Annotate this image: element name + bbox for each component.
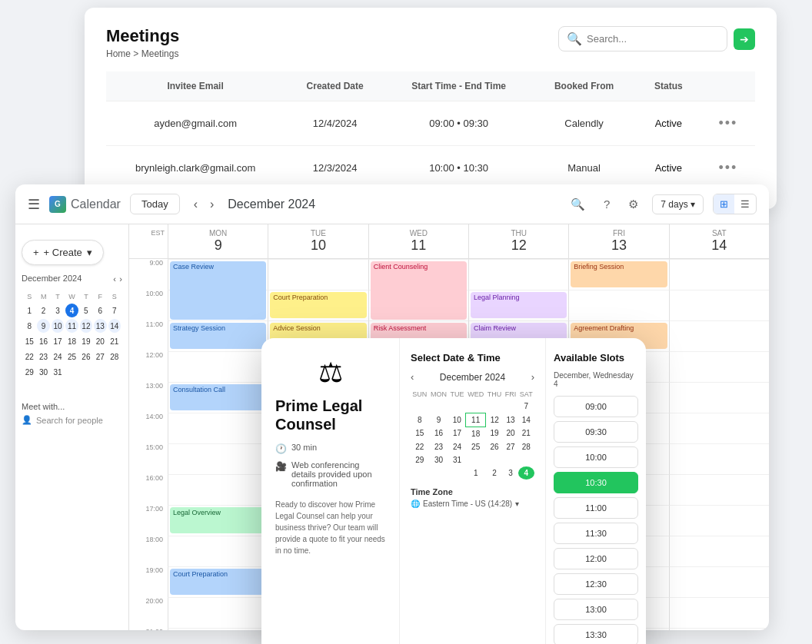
- time-slot[interactable]: 11:00: [554, 497, 638, 519]
- booking-cal-day[interactable]: 14: [518, 413, 534, 427]
- time-slot[interactable]: 09:00: [554, 396, 638, 417]
- booking-cal-day[interactable]: 26: [486, 440, 504, 453]
- mini-cal-day[interactable]: 9: [37, 319, 49, 333]
- booking-cal-day[interactable]: 30: [429, 453, 449, 466]
- calendar-event[interactable]: Briefing Session: [571, 261, 667, 287]
- mini-cal-day[interactable]: 31: [52, 365, 64, 379]
- calendar-cell[interactable]: [669, 259, 769, 290]
- mini-cal-day[interactable]: 19: [80, 334, 92, 348]
- calendar-cell[interactable]: [168, 474, 268, 505]
- booking-cal-day[interactable]: 13: [504, 413, 518, 427]
- search-calendar-button[interactable]: 🔍: [566, 194, 590, 214]
- calendar-cell[interactable]: [669, 443, 769, 474]
- calendar-cell[interactable]: Legal Planning: [468, 290, 568, 320]
- mini-cal-day[interactable]: 21: [108, 334, 121, 348]
- today-button[interactable]: Today: [130, 194, 180, 214]
- booking-cal-day[interactable]: 2: [486, 466, 504, 480]
- booking-cal-day[interactable]: 7: [518, 400, 534, 413]
- time-slot[interactable]: 10:00: [554, 446, 638, 468]
- time-slot[interactable]: 12:30: [554, 573, 638, 595]
- calendar-event[interactable]: Case Review: [170, 261, 266, 320]
- booking-cal-day[interactable]: 17: [448, 427, 466, 440]
- calendar-cell[interactable]: [669, 290, 769, 320]
- mini-cal-day[interactable]: 24: [52, 350, 64, 363]
- create-button[interactable]: + + Create ▾: [22, 240, 104, 265]
- booking-cal-day[interactable]: 28: [518, 440, 534, 453]
- search-people-button[interactable]: 👤 Search for people: [22, 415, 122, 425]
- meetings-search-box[interactable]: 🔍: [558, 26, 727, 51]
- time-slot[interactable]: 10:30: [554, 472, 638, 493]
- calendar-cell[interactable]: [168, 443, 268, 474]
- time-slot[interactable]: 12:00: [554, 548, 638, 569]
- booking-cal-day[interactable]: 11: [466, 413, 486, 427]
- calendar-cell[interactable]: [669, 413, 769, 443]
- booking-cal-day[interactable]: 31: [448, 453, 466, 466]
- search-input[interactable]: [587, 33, 719, 45]
- mini-cal-day[interactable]: 2: [37, 304, 49, 317]
- mini-cal-day[interactable]: 11: [65, 319, 78, 333]
- mini-cal-day[interactable]: 29: [23, 365, 35, 379]
- booking-cal-day[interactable]: 16: [429, 427, 449, 440]
- booking-cal-day[interactable]: 10: [448, 413, 466, 427]
- settings-button[interactable]: ⚙: [624, 194, 643, 214]
- calendar-cell[interactable]: [168, 351, 268, 382]
- booking-cal-day[interactable]: 22: [411, 440, 429, 453]
- next-period-button[interactable]: ›: [205, 194, 218, 214]
- calendar-event[interactable]: Legal Planning: [471, 292, 567, 318]
- calendar-cell[interactable]: Legal Overview: [168, 505, 268, 536]
- mini-cal-day[interactable]: 26: [80, 350, 92, 363]
- timezone-value[interactable]: 🌐 Eastern Time - US (14:28) ▾: [411, 500, 534, 508]
- calendar-event[interactable]: Consultation Call: [170, 384, 266, 410]
- mini-cal-day[interactable]: 8: [23, 319, 35, 333]
- time-slot[interactable]: 09:30: [554, 421, 638, 443]
- booking-cal-day[interactable]: 12: [486, 413, 504, 427]
- mini-cal-day[interactable]: 6: [94, 304, 106, 317]
- mini-cal-day[interactable]: 1: [23, 304, 35, 317]
- more-actions-button[interactable]: •••: [718, 115, 737, 131]
- booking-cal-day[interactable]: 23: [429, 440, 449, 453]
- calendar-event[interactable]: Court Preparation: [270, 292, 366, 318]
- grid-view-button[interactable]: ⊞: [714, 194, 734, 214]
- mini-cal-day[interactable]: 7: [108, 304, 121, 317]
- calendar-cell[interactable]: Court Preparation: [268, 290, 368, 320]
- booking-cal-next[interactable]: ›: [531, 371, 534, 383]
- mini-cal-next[interactable]: ›: [119, 274, 122, 284]
- mini-cal-day[interactable]: 25: [65, 350, 78, 363]
- mini-cal-day[interactable]: 14: [108, 319, 121, 333]
- calendar-cell[interactable]: [168, 628, 268, 630]
- mini-cal-day[interactable]: 28: [108, 350, 121, 363]
- mini-cal-day[interactable]: 3: [52, 304, 64, 317]
- booking-cal-day[interactable]: 24: [448, 440, 466, 453]
- calendar-cell[interactable]: [669, 597, 769, 628]
- mini-cal-day[interactable]: 22: [23, 350, 35, 363]
- view-days-button[interactable]: 7 days ▾: [652, 194, 704, 214]
- calendar-event[interactable]: Legal Overview: [170, 507, 266, 533]
- search-submit-button[interactable]: ➔: [734, 28, 755, 50]
- booking-cal-day[interactable]: 20: [504, 427, 518, 440]
- booking-cal-day[interactable]: 21: [518, 427, 534, 440]
- calendar-cell[interactable]: Strategy Session: [168, 320, 268, 351]
- calendar-cell[interactable]: [568, 290, 668, 320]
- booking-cal-day[interactable]: 29: [411, 453, 429, 466]
- mini-cal-day[interactable]: 4: [65, 304, 78, 317]
- help-button[interactable]: ?: [599, 194, 614, 214]
- calendar-cell[interactable]: [669, 382, 769, 413]
- mini-cal-prev[interactable]: ‹: [113, 274, 116, 284]
- booking-cal-day[interactable]: 19: [486, 427, 504, 440]
- calendar-cell[interactable]: [168, 536, 268, 566]
- booking-cal-day[interactable]: 9: [429, 413, 449, 427]
- mini-cal-day[interactable]: 17: [52, 334, 64, 348]
- list-view-button[interactable]: ☰: [734, 194, 756, 214]
- calendar-cell[interactable]: Case Review: [168, 259, 268, 290]
- calendar-cell[interactable]: [168, 413, 268, 443]
- menu-icon[interactable]: ☰: [28, 196, 40, 213]
- mini-cal-day[interactable]: 13: [94, 319, 106, 333]
- mini-cal-day[interactable]: 20: [94, 334, 106, 348]
- calendar-event[interactable]: Strategy Session: [170, 323, 266, 349]
- more-actions-button[interactable]: •••: [718, 160, 737, 176]
- booking-cal-prev[interactable]: ‹: [411, 371, 414, 383]
- booking-cal-day[interactable]: 18: [466, 427, 486, 440]
- booking-cal-day[interactable]: 25: [466, 440, 486, 453]
- booking-cal-day[interactable]: 27: [504, 440, 518, 453]
- calendar-cell[interactable]: Briefing Session: [568, 259, 668, 290]
